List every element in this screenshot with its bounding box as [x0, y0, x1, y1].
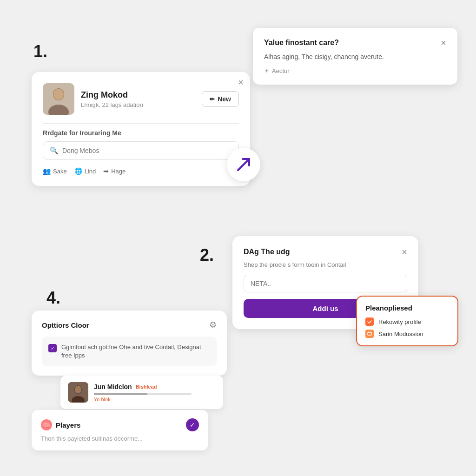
dropdown-item-1-label: Rekowity profile	[378, 318, 421, 325]
card-4: Opttiors Cloor ⚙ Ggimfout ach got:fne Oh…	[32, 311, 227, 376]
svg-point-3	[53, 89, 64, 100]
page-container: 1. × Zing Mokod Lhnigk, 22 lags adation	[0, 0, 476, 476]
user-subtitle: Lhnigk, 22 lags adation	[81, 101, 143, 108]
dropdown-item-2-icon	[365, 330, 374, 338]
dropdown-item-1[interactable]: Rekowity profile	[365, 317, 449, 326]
dropdown-item-1-icon	[365, 317, 374, 326]
user-avatar	[43, 83, 74, 115]
card-2-description: Shep the procle s form tooin in Contail	[244, 261, 407, 268]
search-wrapper[interactable]: 🔍	[43, 141, 239, 160]
tooltip-1: Yalue finostant care? × Alhas aging, The…	[253, 28, 457, 85]
search-icon: 🔍	[50, 146, 59, 155]
svg-rect-5	[368, 332, 371, 335]
card-1-divider	[43, 123, 239, 124]
players-description: Thon this payieted sultinas decorme...	[41, 435, 199, 442]
profile-row-name: Jun Midclon	[94, 383, 132, 390]
card-2-close-button[interactable]: ×	[402, 247, 407, 257]
step-4-label: 4.	[46, 288, 60, 308]
tooltip-1-body: Alhas aging, The cisigy, chancng averute…	[264, 52, 446, 62]
svg-point-9	[75, 386, 81, 393]
profile-row-progress-bar	[94, 393, 192, 395]
players-title-row: 🧠 Players	[41, 419, 80, 430]
profile-row-avatar	[68, 382, 88, 403]
players-title: Players	[56, 421, 80, 429]
checkbox-text: Ggimfout ach got:fne Ohe and tive Contai…	[61, 343, 210, 360]
card-4-checkbox-row: Ggimfout ach got:fne Ohe and tive Contai…	[42, 337, 217, 366]
tooltip-footer-text: Aectur	[272, 67, 290, 74]
step-1-label: 1.	[33, 42, 47, 61]
card-1-header: Zing Mokod Lhnigk, 22 lags adation ✏ New	[43, 83, 239, 115]
tooltip-1-header: Yalue finostant care? ×	[264, 38, 446, 47]
people-icon: 👥	[43, 167, 51, 175]
globe-icon: 🌐	[74, 167, 82, 175]
svg-line-4	[238, 159, 249, 170]
arrow-circle	[227, 148, 260, 181]
tag-hage: ➡ Hage	[103, 167, 126, 175]
checkbox-purple[interactable]	[48, 344, 57, 352]
players-card: 🧠 Players ✓ Thon this payieted sultinas …	[32, 410, 208, 450]
card-2-header: DAg The udg ×	[244, 247, 407, 257]
pencil-icon: ✏	[210, 96, 215, 103]
tag-sake: 👥 Sake	[43, 167, 67, 175]
check-circle-icon: ✓	[186, 418, 199, 431]
card-1-user: Zing Mokod Lhnigk, 22 lags adation	[43, 83, 143, 115]
profile-row-info: Jun Midclon Bishlead Yo blok	[94, 383, 216, 402]
arrow-icon: ➡	[103, 167, 109, 175]
dropdown-title: Pleanopliesed	[365, 304, 449, 312]
tooltip-1-title: Yalue finostant care?	[264, 39, 339, 47]
user-name: Zing Mokod	[81, 90, 143, 100]
card-4-title: Opttiors Cloor	[42, 321, 89, 329]
tooltip-footer-icon: ✦	[264, 67, 269, 74]
gear-icon[interactable]: ⚙	[209, 320, 217, 330]
search-input[interactable]	[62, 147, 232, 154]
progress-bar-fill	[94, 393, 147, 395]
card-1-close-button[interactable]: ×	[238, 78, 244, 87]
tooltip-1-close-button[interactable]: ×	[441, 38, 446, 47]
dropdown-popup: Pleanopliesed Rekowity profile Sarin Mod…	[356, 296, 458, 346]
new-button[interactable]: ✏ New	[202, 91, 239, 107]
card-1: × Zing Mokod Lhnigk, 22 lags adation	[32, 72, 250, 186]
card-2-title: DAg The udg	[244, 248, 290, 256]
brain-icon: 🧠	[41, 419, 52, 430]
user-info: Zing Mokod Lhnigk, 22 lags adation	[81, 90, 143, 108]
card-2-input[interactable]	[244, 275, 407, 292]
profile-row-card: Jun Midclon Bishlead Yo blok	[60, 376, 223, 409]
card-1-tags: 👥 Sake 🌐 Lind ➡ Hage	[43, 167, 239, 175]
tag-lind: 🌐 Lind	[74, 167, 96, 175]
tooltip-1-footer: ✦ Aectur	[264, 67, 446, 74]
section-label: Rrdgate for Irouraring Me	[43, 129, 239, 137]
step-2-label: 2.	[200, 245, 214, 265]
dropdown-item-2-label: Sarin Modussion	[378, 331, 423, 337]
profile-row-sub: Yo blok	[94, 397, 216, 402]
card-4-header: Opttiors Cloor ⚙	[42, 320, 217, 330]
profile-row-badge: Bishlead	[136, 384, 157, 390]
players-header: 🧠 Players ✓	[41, 418, 199, 431]
dropdown-item-2[interactable]: Sarin Modussion	[365, 330, 449, 338]
